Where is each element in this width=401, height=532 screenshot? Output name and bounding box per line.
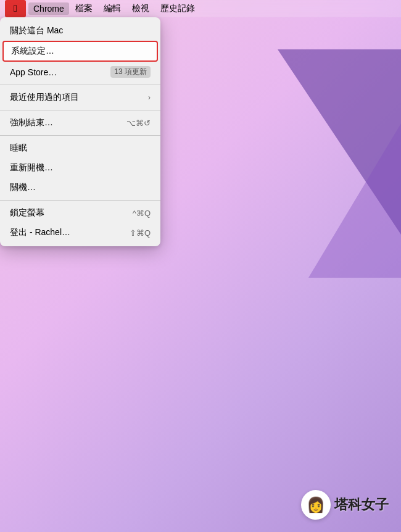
menu-item-lock-screen[interactable]: 鎖定螢幕^⌘Q [0,203,160,223]
apple-dropdown-menu: 關於這台 Mac系統設定…App Store…13 項更新最近使用過的項目›強制… [0,17,160,246]
menu-item-recent-items[interactable]: 最近使用過的項目› [0,88,160,107]
menu-item-shortcut-force-quit: ⌥⌘↺ [126,118,151,128]
menubar-item-chrome[interactable]: Chrome [28,2,69,15]
menu-item-label-system-prefs: 系統設定… [11,46,54,57]
menu-item-label-lock-screen: 鎖定螢幕 [10,207,44,218]
menubar-item-history[interactable]: 歷史記錄 [155,2,200,15]
menu-item-label-shutdown: 關機… [10,182,36,193]
menubar-items: Chrome檔案編輯檢視歷史記錄 [28,2,200,15]
menu-item-label-logout: 登出 - Rachel… [10,227,70,238]
menu-item-label-sleep: 睡眠 [10,143,27,154]
menu-item-shortcut-lock-screen: ^⌘Q [133,209,151,218]
menu-item-about[interactable]: 關於這台 Mac [0,21,160,41]
menu-bar:  Chrome檔案編輯檢視歷史記錄 [0,0,401,17]
menu-item-restart[interactable]: 重新開機… [0,158,160,178]
menubar-item-file[interactable]: 檔案 [70,2,97,15]
watermark-emoji: 👩 [307,496,325,513]
watermark-label: 塔科女子 [334,496,389,514]
menu-item-label-restart: 重新開機… [10,162,53,173]
chevron-right-icon: › [148,93,151,102]
apple-menu-button[interactable]:  [5,0,26,17]
menu-item-sleep[interactable]: 睡眠 [0,138,160,158]
menu-divider [0,200,160,201]
menu-item-app-store[interactable]: App Store…13 項更新 [0,62,160,82]
menu-item-shortcut-logout: ⇧⌘Q [130,228,151,238]
apple-logo-icon:  [14,3,17,14]
menubar-item-edit[interactable]: 編輯 [99,2,126,15]
menubar-item-view[interactable]: 檢視 [127,2,154,15]
menu-item-label-recent-items: 最近使用過的項目 [10,92,79,103]
menu-item-system-prefs[interactable]: 系統設定… [2,41,158,62]
menu-item-force-quit[interactable]: 強制結束…⌥⌘↺ [0,113,160,133]
watermark-avatar: 👩 [301,490,331,520]
menu-item-shutdown[interactable]: 關機… [0,178,160,197]
watermark: 👩 塔科女子 [301,490,389,520]
menu-item-label-force-quit: 強制結束… [10,117,53,128]
menu-item-badge-app-store: 13 項更新 [110,66,151,78]
menu-divider [0,110,160,110]
menu-item-label-about: 關於這台 Mac [10,25,63,36]
menu-item-logout[interactable]: 登出 - Rachel…⇧⌘Q [0,223,160,243]
menu-item-label-app-store: App Store… [10,67,57,77]
menu-divider [0,85,160,85]
menu-divider [0,135,160,136]
